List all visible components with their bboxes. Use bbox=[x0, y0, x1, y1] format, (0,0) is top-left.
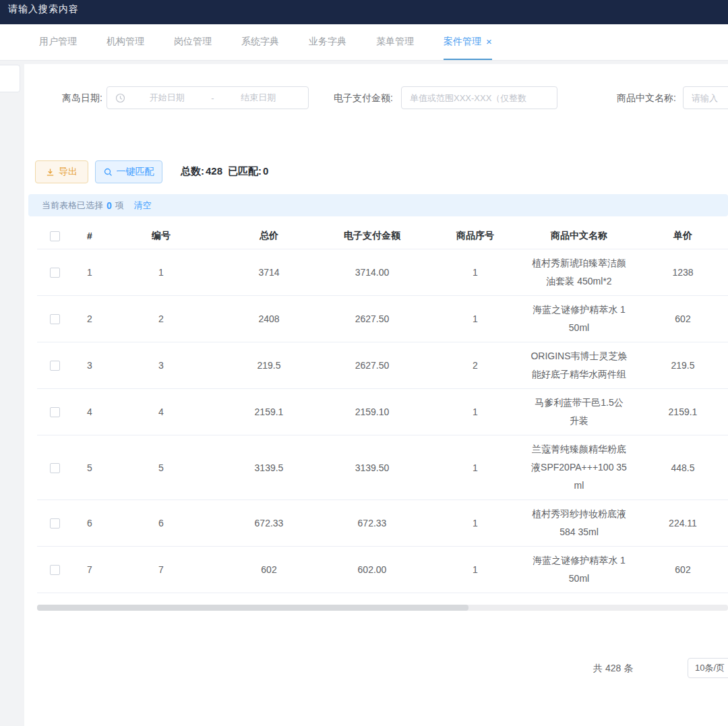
row-checkbox[interactable] bbox=[50, 518, 60, 528]
date-filter-label: 离岛日期: bbox=[54, 86, 102, 109]
cell-seq: 1 bbox=[421, 406, 529, 417]
product-name-input[interactable] bbox=[683, 86, 728, 109]
cell-product-name: ORIGINS韦博士灵芝焕能好底子精华水两件组 bbox=[529, 342, 629, 388]
cell-epay: 3714.00 bbox=[323, 267, 421, 278]
cell-product-name: 植村秀羽纱持妆粉底液 584 35ml bbox=[529, 500, 629, 546]
cell-index: 2 bbox=[72, 313, 107, 324]
cell-product-name: 植村秀新琥珀臻萃洁颜油套装 450ml*2 bbox=[529, 249, 629, 295]
total-label: 总数: bbox=[181, 165, 204, 177]
tab-system-dict[interactable]: 系统字典 bbox=[241, 24, 279, 60]
cell-seq: 1 bbox=[421, 313, 529, 324]
row-checkbox[interactable] bbox=[50, 565, 60, 575]
selection-prefix: 当前表格已选择 bbox=[42, 200, 103, 212]
tab-user-management[interactable]: 用户管理 bbox=[39, 24, 77, 60]
end-date-placeholder: 结束日期 bbox=[217, 92, 300, 104]
col-seq: 商品序号 bbox=[421, 230, 529, 242]
cell-seq: 1 bbox=[421, 462, 529, 473]
cell-unit-price: 602 bbox=[629, 564, 728, 575]
cell-seq: 1 bbox=[421, 518, 529, 528]
select-all-checkbox[interactable] bbox=[50, 231, 60, 241]
tab-org-management[interactable]: 机构管理 bbox=[107, 24, 144, 60]
col-index: # bbox=[72, 231, 107, 241]
cell-epay: 602.00 bbox=[323, 564, 421, 575]
cell-index: 4 bbox=[72, 406, 107, 417]
app-window: 请输入搜索内容 用户管理 机构管理 岗位管理 系统字典 业务字典 菜单管理 案件… bbox=[0, 0, 728, 726]
table-body: 1 1 3714 3714.00 1 植村秀新琥珀臻萃洁颜油套装 450ml*2… bbox=[37, 249, 728, 610]
tab-bar: 用户管理 机构管理 岗位管理 系统字典 业务字典 菜单管理 案件管理 × bbox=[0, 24, 728, 61]
matched-label: 已匹配: bbox=[228, 165, 262, 177]
clear-selection-link[interactable]: 清空 bbox=[134, 200, 152, 212]
col-epay: 电子支付金额 bbox=[323, 230, 421, 242]
export-button[interactable]: 导出 bbox=[35, 160, 88, 183]
one-click-match-button[interactable]: 一键匹配 bbox=[95, 160, 162, 183]
col-total: 总价 bbox=[215, 230, 323, 242]
cell-total: 2159.1 bbox=[215, 406, 323, 417]
cell-code: 5 bbox=[107, 462, 215, 473]
selection-suffix: 项 bbox=[115, 200, 124, 212]
date-range-input[interactable]: 开始日期 - 结束日期 bbox=[107, 86, 309, 109]
top-bar: 请输入搜索内容 bbox=[0, 0, 728, 24]
cell-index: 5 bbox=[72, 462, 107, 473]
total-value: 428 bbox=[206, 165, 222, 177]
close-icon[interactable]: × bbox=[486, 36, 492, 47]
cell-epay: 2627.50 bbox=[323, 313, 421, 324]
row-checkbox[interactable] bbox=[50, 268, 60, 278]
cell-index: 7 bbox=[72, 564, 107, 575]
cell-total: 2408 bbox=[215, 313, 323, 324]
selection-count: 0 bbox=[107, 200, 112, 211]
tab-case-management[interactable]: 案件管理 × bbox=[444, 24, 492, 60]
table-row: 7 7 602 602.00 1 海蓝之谜修护精萃水 150ml 602 bbox=[37, 547, 728, 593]
cell-product-name: 海蓝之谜修护精萃水 150ml bbox=[529, 296, 629, 342]
selection-bar: 当前表格已选择 0 项 清空 bbox=[28, 194, 728, 216]
cell-unit-price: 224.11 bbox=[629, 518, 728, 528]
table-row: 5 5 3139.5 3139.50 1 兰蔻菁纯臻颜精华粉底液SPF20PA+… bbox=[37, 435, 728, 500]
cell-total: 672.33 bbox=[215, 518, 323, 528]
cell-unit-price: 1238 bbox=[629, 267, 728, 278]
cell-total: 602 bbox=[215, 564, 323, 575]
row-checkbox[interactable] bbox=[50, 361, 60, 371]
scrollbar-thumb[interactable] bbox=[37, 605, 468, 611]
cell-epay: 672.33 bbox=[323, 518, 421, 528]
epay-amount-input[interactable] bbox=[401, 86, 557, 109]
cell-total: 3714 bbox=[215, 267, 323, 278]
horizontal-scrollbar bbox=[37, 605, 728, 611]
tab-business-dict[interactable]: 业务字典 bbox=[309, 24, 346, 60]
cell-seq: 2 bbox=[421, 360, 529, 371]
table-row: 1 1 3714 3714.00 1 植村秀新琥珀臻萃洁颜油套装 450ml*2… bbox=[37, 249, 728, 296]
cell-epay: 2159.10 bbox=[323, 406, 421, 417]
tab-post-management[interactable]: 岗位管理 bbox=[174, 24, 212, 60]
page-size-select[interactable]: 10条/页 bbox=[688, 658, 728, 678]
match-stats: 总数:428 已匹配:0 bbox=[181, 165, 268, 178]
cell-epay: 2627.50 bbox=[323, 360, 421, 371]
cell-code: 1 bbox=[107, 267, 215, 278]
cell-index: 3 bbox=[72, 360, 107, 371]
cell-code: 3 bbox=[107, 360, 215, 371]
row-checkbox[interactable] bbox=[50, 314, 60, 324]
col-code: 编号 bbox=[107, 230, 215, 242]
cell-unit-price: 2159.1 bbox=[629, 406, 728, 417]
cell-unit-price: 219.5 bbox=[629, 360, 728, 371]
cell-index: 6 bbox=[72, 518, 107, 528]
table-row: 4 4 2159.1 2159.10 1 马爹利蓝带干邑1.5公升装 2159.… bbox=[37, 389, 728, 435]
cell-code: 7 bbox=[107, 564, 215, 575]
cell-seq: 1 bbox=[421, 267, 529, 278]
cell-total: 3139.5 bbox=[215, 462, 323, 473]
search-icon bbox=[104, 168, 113, 177]
global-search-input[interactable]: 请输入搜索内容 bbox=[8, 3, 79, 16]
table-row: 2 2 2408 2627.50 1 海蓝之谜修护精萃水 150ml 602 bbox=[37, 296, 728, 342]
col-name: 商品中文名称 bbox=[529, 230, 629, 242]
row-checkbox[interactable] bbox=[50, 463, 60, 473]
download-icon bbox=[46, 168, 55, 177]
matched-value: 0 bbox=[263, 165, 268, 177]
cell-seq: 1 bbox=[421, 564, 529, 575]
table-header: # 编号 总价 电子支付金额 商品序号 商品中文名称 单价 bbox=[37, 222, 728, 249]
pagination-total: 共 428 条 bbox=[593, 663, 633, 675]
table-row: 6 6 672.33 672.33 1 植村秀羽纱持妆粉底液 584 35ml … bbox=[37, 500, 728, 547]
cell-unit-price: 602 bbox=[629, 313, 728, 324]
table-row: 3 3 219.5 2627.50 2 ORIGINS韦博士灵芝焕能好底子精华水… bbox=[37, 342, 728, 389]
tab-menu-management[interactable]: 菜单管理 bbox=[376, 24, 414, 60]
product-name-filter-label: 商品中文名称: bbox=[609, 86, 676, 109]
row-checkbox[interactable] bbox=[50, 407, 60, 417]
cell-code: 4 bbox=[107, 406, 215, 417]
clock-icon bbox=[115, 93, 125, 103]
